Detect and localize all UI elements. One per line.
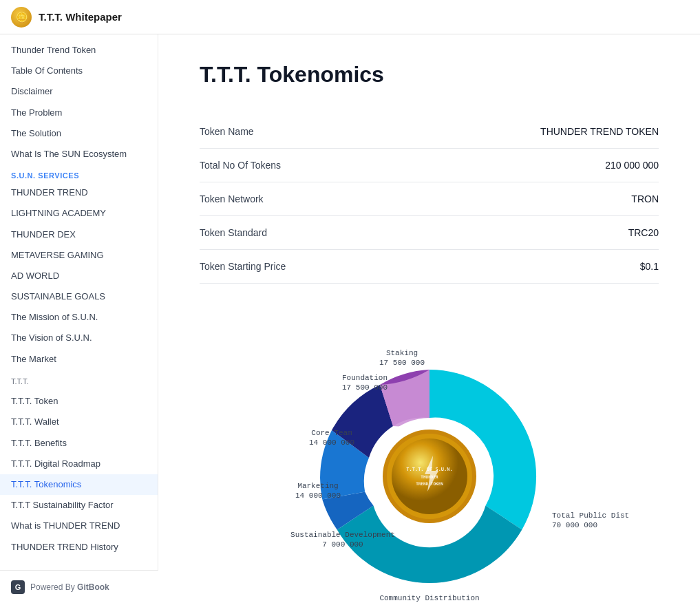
network-label: Token Network [200, 182, 393, 216]
main-layout: Thunder Trend Token Table Of Contents Di… [0, 34, 700, 603]
token-info-table: Token Name THUNDER TREND TOKEN Total No … [200, 115, 659, 284]
standard-value: TRC20 [393, 216, 659, 250]
sidebar-item-ttt-digital-roadmap[interactable]: T.T.T. Digital Roadmap [0, 454, 158, 474]
sidebar-item-ttt-benefits[interactable]: T.T.T. Benefits [0, 433, 158, 454]
footer-brand: GitBook [77, 582, 109, 592]
sidebar-item-ttt-sustainability[interactable]: T.T.T Sustainability Factor [0, 495, 158, 516]
label-sustainable-value: 7 000 000 [322, 540, 363, 549]
sidebar-scroll-container: Thunder Trend Token Table Of Contents Di… [0, 40, 158, 599]
sidebar-item-ttt-token[interactable]: T.T.T. Token [0, 391, 158, 412]
label-staking-value: 17 500 000 [379, 359, 424, 367]
donut-chart: T.T.T. OF S.U.N. THUNDER TREND TOKEN Sta… [230, 311, 629, 603]
table-row-token-name: Token Name THUNDER TREND TOKEN [200, 115, 659, 149]
sidebar-item-vision[interactable]: The Vision of S.U.N. [0, 328, 158, 348]
table-row-network: Token Network TRON [200, 182, 659, 216]
label-sustainable: Sustainable Development [290, 531, 395, 539]
sidebar-item-lightning-academy[interactable]: LIGHTNING ACADEMY [0, 203, 158, 224]
network-value: TRON [393, 182, 659, 216]
sidebar-item-sustainable-goals[interactable]: SUSTAINABLE GOALS [0, 286, 158, 307]
label-staking: Staking [385, 349, 417, 357]
table-row-standard: Token Standard TRC20 [200, 216, 659, 250]
sidebar-item-thunder-trend-token[interactable]: Thunder Trend Token [0, 40, 158, 61]
price-value: $0.1 [393, 250, 659, 284]
gitbook-icon: G [11, 580, 25, 594]
page-title: T.T.T. Tokenomics [200, 62, 659, 87]
app-title: T.T.T. Whitepaper [39, 11, 122, 23]
sidebar-item-thunder-dex[interactable]: THUNDER DEX [0, 224, 158, 245]
app-logo: 🪙 [11, 7, 32, 28]
table-row-price: Token Starting Price $0.1 [200, 250, 659, 284]
main-content: T.T.T. Tokenomics Token Name THUNDER TRE… [158, 34, 700, 603]
footer-powered-by: Powered By GitBook [30, 582, 109, 592]
label-foundation-value: 17 500 000 [341, 383, 387, 392]
sidebar-item-ttt-tokenomics[interactable]: T.T.T. Tokenomics [0, 474, 158, 495]
sidebar-item-the-market[interactable]: The Market [0, 349, 158, 370]
app-header: 🪙 T.T.T. Whitepaper [0, 0, 700, 34]
token-name-label: Token Name [200, 115, 393, 149]
label-marketing: Marketing [297, 482, 338, 490]
sidebar-item-ttt-wallet[interactable]: T.T.T. Wallet [0, 412, 158, 432]
label-total-public: Total Public Distribution [552, 511, 629, 520]
label-foundation: Foundation [341, 374, 387, 382]
sidebar-item-ad-world[interactable]: AD WORLD [0, 266, 158, 286]
token-name-value: THUNDER TREND TOKEN [393, 115, 659, 149]
label-community: Community Distribution [379, 594, 479, 602]
total-tokens-value: 210 000 000 [393, 149, 659, 182]
sidebar: Thunder Trend Token Table Of Contents Di… [0, 34, 158, 603]
total-tokens-label: Total No Of Tokens [200, 149, 393, 182]
sidebar-section-sun-services: S.U.N. SERVICES [0, 165, 158, 182]
sidebar-item-the-solution[interactable]: The Solution [0, 123, 158, 144]
sidebar-item-what-is-sun-ecosystem[interactable]: What Is The SUN Ecosystem [0, 144, 158, 165]
label-core-team: Core Team [311, 429, 352, 437]
label-core-team-value: 14 000 000 [308, 438, 354, 447]
sidebar-item-mission[interactable]: The Mission of S.U.N. [0, 307, 158, 328]
sidebar-item-table-of-contents[interactable]: Table Of Contents [0, 61, 158, 81]
sidebar-item-metaverse-gaming[interactable]: METAVERSE GAMING [0, 245, 158, 266]
tokenomics-chart-container: T.T.T. OF S.U.N. THUNDER TREND TOKEN Sta… [200, 311, 659, 603]
sidebar-item-ttt-label: T.T.T. [0, 370, 158, 391]
sidebar-item-thunder-trend[interactable]: THUNDER TREND [0, 182, 158, 203]
label-total-public-value: 70 000 000 [552, 521, 597, 529]
footer: G Powered By GitBook [0, 570, 158, 603]
table-row-total-tokens: Total No Of Tokens 210 000 000 [200, 149, 659, 182]
label-marketing-value: 14 000 000 [295, 491, 340, 500]
sidebar-item-disclaimer[interactable]: Disclaimer [0, 81, 158, 102]
sidebar-item-what-is-thunder-trend[interactable]: What is THUNDER TREND [0, 516, 158, 536]
standard-label: Token Standard [200, 216, 393, 250]
price-label: Token Starting Price [200, 250, 393, 284]
sidebar-item-thunder-trend-history[interactable]: THUNDER TREND History [0, 537, 158, 558]
sidebar-item-the-problem[interactable]: The Problem [0, 103, 158, 123]
